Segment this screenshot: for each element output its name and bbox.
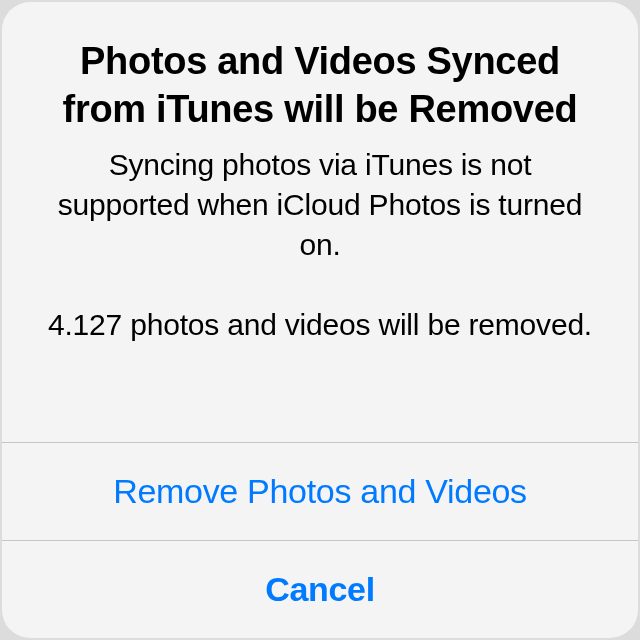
alert-content: Photos and Videos Synced from iTunes wil… [2,2,638,442]
alert-title: Photos and Videos Synced from iTunes wil… [42,38,598,133]
alert-dialog: Photos and Videos Synced from iTunes wil… [2,2,638,638]
cancel-button[interactable]: Cancel [2,540,638,638]
remove-photos-button[interactable]: Remove Photos and Videos [2,442,638,540]
alert-buttons: Remove Photos and Videos Cancel [2,442,638,638]
alert-message: Syncing photos via iTunes is not support… [42,145,598,344]
